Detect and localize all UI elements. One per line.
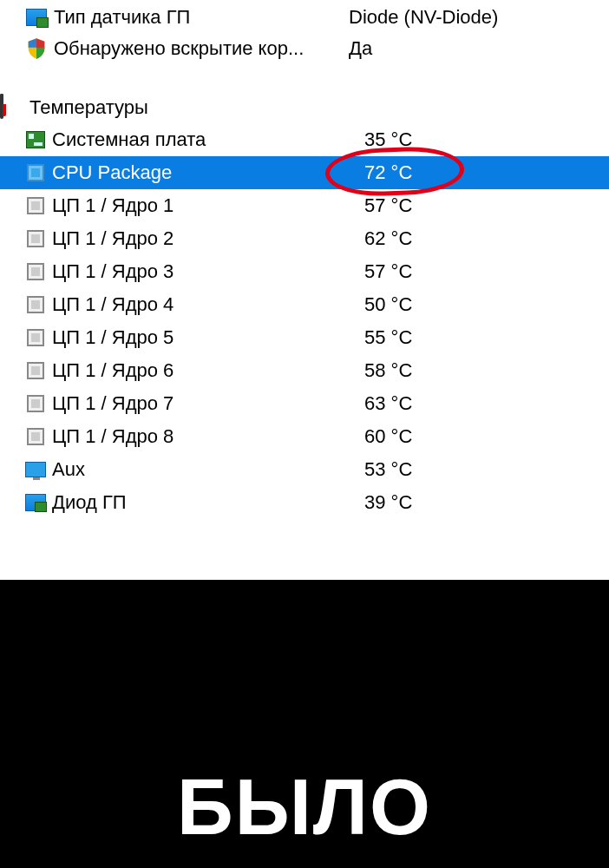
chip-icon — [24, 161, 47, 184]
temp-label: ЦП 1 / Ядро 4 — [52, 293, 364, 316]
temp-value: 57 °C — [364, 260, 412, 283]
temp-label: ЦП 1 / Ядро 8 — [52, 425, 364, 448]
temp-value: 53 °C — [364, 458, 412, 481]
temp-value: 57 °C — [364, 194, 412, 217]
temp-label: ЦП 1 / Ядро 3 — [52, 260, 364, 283]
temperature-list: Системная плата 35 °C CPU Package 72 °C … — [0, 123, 609, 519]
temp-value: 72 °C — [364, 161, 412, 184]
gpu-icon — [24, 491, 47, 514]
section-title: Температуры — [29, 96, 148, 119]
temp-row-core5[interactable]: ЦП 1 / Ядро 5 55 °C — [0, 321, 609, 354]
temp-row-aux[interactable]: Aux 53 °C — [0, 453, 609, 486]
info-row[interactable]: Обнаружено вскрытие кор... Да — [0, 33, 609, 64]
chip-icon — [24, 326, 47, 349]
temp-label: CPU Package — [52, 161, 364, 184]
temp-row-core6[interactable]: ЦП 1 / Ядро 6 58 °C — [0, 354, 609, 387]
temp-row-core3[interactable]: ЦП 1 / Ядро 3 57 °C — [0, 255, 609, 288]
temp-label: Aux — [52, 458, 364, 481]
temp-label: Системная плата — [52, 128, 364, 151]
temp-row-core1[interactable]: ЦП 1 / Ядро 1 57 °C — [0, 189, 609, 222]
motherboard-icon — [24, 128, 47, 151]
temp-value: 60 °C — [364, 425, 412, 448]
temp-label: Диод ГП — [52, 491, 364, 514]
temp-row-motherboard[interactable]: Системная плата 35 °C — [0, 123, 609, 156]
info-value: Diode (NV-Diode) — [349, 6, 498, 29]
monitor-chip-icon — [24, 5, 49, 30]
temp-value: 62 °C — [364, 227, 412, 250]
temp-label: ЦП 1 / Ядро 2 — [52, 227, 364, 250]
temp-row-core2[interactable]: ЦП 1 / Ядро 2 62 °C — [0, 222, 609, 255]
caption-panel: БЫЛО — [0, 580, 609, 868]
temp-label: ЦП 1 / Ядро 6 — [52, 359, 364, 382]
info-value: Да — [349, 37, 372, 60]
temp-value: 35 °C — [364, 128, 412, 151]
temp-row-cpu-package[interactable]: CPU Package 72 °C — [0, 156, 609, 189]
hwinfo-panel: Тип датчика ГП Diode (NV-Diode) Обнаруже… — [0, 0, 609, 519]
chip-icon — [24, 227, 47, 250]
temp-row-gpu-diode[interactable]: Диод ГП 39 °C — [0, 486, 609, 519]
chip-icon — [24, 293, 47, 316]
temp-value: 63 °C — [364, 392, 412, 415]
temp-label: ЦП 1 / Ядро 7 — [52, 392, 364, 415]
monitor-icon — [24, 458, 47, 481]
thermometer-icon — [0, 95, 24, 120]
temp-row-core7[interactable]: ЦП 1 / Ядро 7 63 °C — [0, 387, 609, 420]
temp-row-core4[interactable]: ЦП 1 / Ядро 4 50 °C — [0, 288, 609, 321]
temp-value: 55 °C — [364, 326, 412, 349]
chip-icon — [24, 359, 47, 382]
temp-value: 58 °C — [364, 359, 412, 382]
chip-icon — [24, 425, 47, 448]
info-row[interactable]: Тип датчика ГП Diode (NV-Diode) — [0, 2, 609, 33]
caption-text: БЫЛО — [177, 763, 432, 852]
info-label: Обнаружено вскрытие кор... — [54, 37, 349, 60]
chip-icon — [24, 194, 47, 217]
shield-icon — [24, 36, 49, 61]
temp-row-core8[interactable]: ЦП 1 / Ядро 8 60 °C — [0, 420, 609, 453]
temp-label: ЦП 1 / Ядро 5 — [52, 326, 364, 349]
info-label: Тип датчика ГП — [54, 6, 349, 29]
temp-label: ЦП 1 / Ядро 1 — [52, 194, 364, 217]
temp-value: 39 °C — [364, 491, 412, 514]
temp-value: 50 °C — [364, 293, 412, 316]
section-header-temperatures[interactable]: Температуры — [0, 92, 609, 123]
chip-icon — [24, 260, 47, 283]
chip-icon — [24, 392, 47, 415]
